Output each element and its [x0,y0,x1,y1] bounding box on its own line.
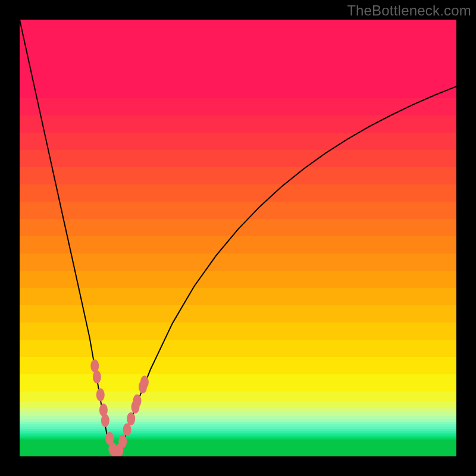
gradient-band [20,167,456,184]
gradient-band [20,392,456,401]
gradient-band [20,184,456,202]
gradient-band [20,374,456,392]
plot-area [20,20,456,456]
watermark-text: TheBottleneck.com [347,2,471,19]
gradient-band [20,236,456,253]
gradient-band [20,407,456,412]
gradient-band [20,440,456,456]
gradient-band [20,219,456,236]
gradient-band [20,322,456,340]
gradient-band [20,202,456,219]
gradient-band [20,288,456,305]
frame: TheBottleneck.com [0,0,476,476]
gradient-band [20,305,456,322]
gradient-band [20,412,456,416]
gradient-band [20,253,456,271]
gradient-band [20,357,456,374]
gradient-band [20,150,456,167]
gradient-band [20,115,456,133]
gradient-band [20,340,456,357]
gradient-band [20,98,456,115]
gradient-band [20,271,456,288]
gradient-band [20,20,456,98]
gradient-bg [20,20,456,456]
gradient-band [20,401,456,407]
gradient-band [20,133,456,150]
